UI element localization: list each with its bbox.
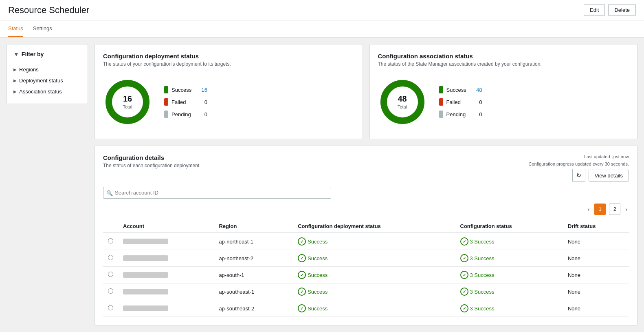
- sidebar: ▼ Filter by ▶ Regions ▶ Deployment statu…: [7, 44, 88, 104]
- row-radio-2[interactable]: [108, 272, 113, 277]
- assoc-pending-dot: [439, 111, 443, 118]
- association-status-title: Configuration association status: [378, 53, 629, 60]
- col-select: [103, 220, 118, 233]
- details-subtitle: The status of each configuration deploym…: [103, 163, 200, 168]
- regions-arrow-icon: ▶: [13, 67, 17, 72]
- deployment-donut-center: 16 Total: [123, 94, 132, 110]
- sidebar-item-regions[interactable]: ▶ Regions: [13, 64, 81, 75]
- row-drift-status: None: [563, 300, 629, 317]
- row-deploy-status: Success: [293, 233, 455, 250]
- failed-dot: [164, 98, 168, 106]
- deployment-legend-success: Success 16: [164, 86, 207, 93]
- row-account: ████████████: [118, 250, 214, 267]
- row-config-status: 3 Success: [455, 267, 563, 283]
- row-select-cell: [103, 300, 118, 317]
- association-donut-section: 48 Total Success 48 Failed: [378, 73, 629, 131]
- table-row: ████████████ ap-northeast-2 Success 3 Su…: [103, 250, 629, 267]
- row-config-status: 3 Success: [455, 300, 563, 317]
- search-box: 🔍: [103, 187, 629, 199]
- details-title-area: Configuration details The status of each…: [103, 154, 200, 168]
- pagination: ‹ 1 2 ›: [103, 204, 629, 215]
- table-row: ████████████ ap-northeast-1 Success 3 Su…: [103, 233, 629, 250]
- deployment-legend-failed: Failed 0: [164, 98, 207, 106]
- col-config-status: Configuration status: [455, 220, 563, 233]
- deployment-status-title: Configuration deployment status: [103, 53, 354, 60]
- row-deploy-status: Success: [293, 250, 455, 267]
- filter-icon: ▼: [13, 51, 19, 58]
- table-row: ████████████ ap-southeast-1 Success 3 Su…: [103, 283, 629, 300]
- row-select-cell: [103, 250, 118, 267]
- details-table: Account Region Configuration deployment …: [103, 220, 629, 317]
- deployment-arrow-icon: ▶: [13, 78, 17, 83]
- deployment-status-card: Configuration deployment status The stat…: [95, 44, 363, 139]
- edit-button[interactable]: Edit: [584, 4, 605, 16]
- details-title: Configuration details: [103, 154, 200, 161]
- deployment-donut-section: 16 Total Success 16 Failed: [103, 73, 354, 131]
- deployment-legend: Success 16 Failed 0 Pending 0: [164, 86, 207, 118]
- row-region: ap-southeast-1: [214, 283, 293, 300]
- row-radio-3[interactable]: [108, 288, 113, 294]
- status-cards-row: Configuration deployment status The stat…: [95, 44, 637, 139]
- details-actions: Last updated: just now Configuration pro…: [529, 154, 629, 182]
- association-arrow-icon: ▶: [13, 89, 17, 94]
- row-select-cell: [103, 267, 118, 283]
- assoc-success-dot: [439, 86, 443, 93]
- association-status-card: Configuration association status The sta…: [369, 44, 638, 139]
- search-icon: 🔍: [106, 190, 113, 196]
- tab-status[interactable]: Status: [8, 20, 23, 37]
- row-select-cell: [103, 283, 118, 300]
- deployment-status-subtitle: The status of your configuration's deplo…: [103, 61, 354, 67]
- row-radio-1[interactable]: [108, 255, 113, 260]
- sidebar-item-deployment-status[interactable]: ▶ Deployment status: [13, 75, 81, 86]
- sidebar-item-association-status[interactable]: ▶ Association status: [13, 86, 81, 97]
- refresh-button[interactable]: ↻: [572, 169, 585, 182]
- row-radio-4[interactable]: [108, 305, 113, 310]
- table-header-row: Account Region Configuration deployment …: [103, 220, 629, 233]
- col-region: Region: [214, 220, 293, 233]
- row-deploy-status: Success: [293, 267, 455, 283]
- association-donut: 48 Total: [378, 77, 427, 126]
- row-drift-status: None: [563, 250, 629, 267]
- prev-page-button[interactable]: ‹: [586, 204, 591, 214]
- col-deploy-status: Configuration deployment status: [293, 220, 455, 233]
- page-1-button[interactable]: 1: [594, 204, 606, 215]
- main-content: ▼ Filter by ▶ Regions ▶ Deployment statu…: [0, 38, 644, 332]
- row-config-status: 3 Success: [455, 250, 563, 267]
- row-radio-0[interactable]: [108, 238, 113, 243]
- association-donut-center: 48 Total: [398, 94, 407, 110]
- deployment-legend-pending: Pending 0: [164, 111, 207, 118]
- tabs-bar: Status Settings: [0, 20, 644, 38]
- col-drift-status: Drift status: [563, 220, 629, 233]
- row-select-cell: [103, 233, 118, 250]
- next-page-button[interactable]: ›: [624, 204, 629, 214]
- row-region: ap-south-1: [214, 267, 293, 283]
- table-row: ████████████ ap-southeast-2 Success 3 Su…: [103, 300, 629, 317]
- page-2-button[interactable]: 2: [609, 204, 620, 215]
- delete-button[interactable]: Delete: [608, 4, 636, 16]
- pending-dot: [164, 111, 168, 118]
- col-account: Account: [118, 220, 214, 233]
- search-input[interactable]: [103, 187, 331, 199]
- assoc-failed-dot: [439, 98, 443, 106]
- association-legend-pending: Pending 0: [439, 111, 482, 118]
- association-legend: Success 48 Failed 0 Pending 0: [439, 86, 482, 118]
- row-deploy-status: Success: [293, 300, 455, 317]
- association-legend-failed: Failed 0: [439, 98, 482, 106]
- success-dot: [164, 86, 168, 93]
- row-account: ████████████: [118, 233, 214, 250]
- row-account: ████████████: [118, 267, 214, 283]
- tab-settings[interactable]: Settings: [33, 20, 52, 37]
- view-details-button[interactable]: View details: [589, 170, 629, 181]
- row-region: ap-northeast-2: [214, 250, 293, 267]
- row-config-status: 3 Success: [455, 283, 563, 300]
- deployment-donut: 16 Total: [103, 77, 152, 126]
- row-account: ████████████: [118, 283, 214, 300]
- details-header: Configuration details The status of each…: [103, 154, 629, 182]
- top-bar: Resource Scheduler Edit Delete: [0, 0, 644, 20]
- progress-note-text: Configuration progress updated every 30 …: [529, 162, 629, 166]
- filter-by-title: ▼ Filter by: [13, 51, 81, 58]
- row-drift-status: None: [563, 283, 629, 300]
- row-region: ap-southeast-2: [214, 300, 293, 317]
- last-updated-text: Last updated: just now: [584, 154, 629, 159]
- row-account: ████████████: [118, 300, 214, 317]
